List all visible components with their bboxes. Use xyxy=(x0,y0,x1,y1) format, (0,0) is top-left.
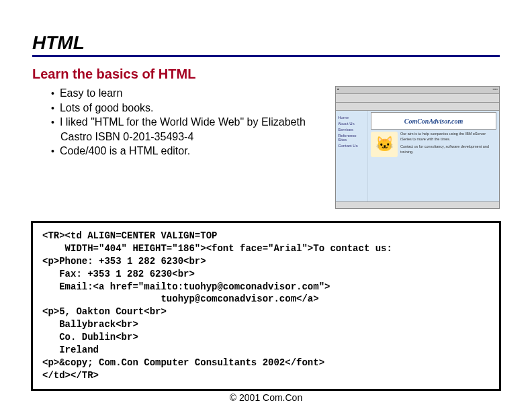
nav-link: Reference Sites xyxy=(338,134,365,142)
slide-title: HTML xyxy=(32,32,500,57)
bullet-item: Easy to learn xyxy=(51,86,327,101)
nav-link: Services xyxy=(338,128,365,132)
browser-toolbar xyxy=(336,94,499,103)
site-logo: ComConAdvisor.com xyxy=(371,112,496,130)
bullet-list: Easy to learn Lots of good books. I like… xyxy=(32,86,327,209)
nav-link: About Us xyxy=(338,122,365,126)
browser-titlebar: ▪▫▫▫ xyxy=(336,87,499,94)
nav-link: Home xyxy=(338,116,365,120)
content-row: Easy to learn Lots of good books. I like… xyxy=(32,86,500,209)
site-blurb: Our aim is to help companies using the I… xyxy=(400,132,496,157)
bullet-item: I liked "HTML for the World Wide Web" by… xyxy=(51,115,327,144)
browser-addressbar xyxy=(336,103,499,111)
browser-sidebar: Home About Us Services Reference Sites C… xyxy=(336,111,368,201)
bullet-item: Code/400 is a HTML editor. xyxy=(51,144,327,158)
mascot-icon: 🐱 xyxy=(371,132,398,157)
code-sample: <TR><td ALIGN=CENTER VALIGN=TOP WIDTH="4… xyxy=(31,221,501,391)
browser-screenshot: ▪▫▫▫ Home About Us Services Reference Si… xyxy=(335,86,500,209)
slide-subtitle: Learn the basics of HTML xyxy=(32,66,500,82)
browser-statusbar xyxy=(336,201,499,208)
browser-content: ComConAdvisor.com 🐱 Our aim is to help c… xyxy=(368,111,499,201)
bullet-item: Lots of good books. xyxy=(51,101,327,116)
nav-link: Contact Us xyxy=(338,144,365,148)
slide-footer: © 2001 Com.Con xyxy=(0,392,532,403)
